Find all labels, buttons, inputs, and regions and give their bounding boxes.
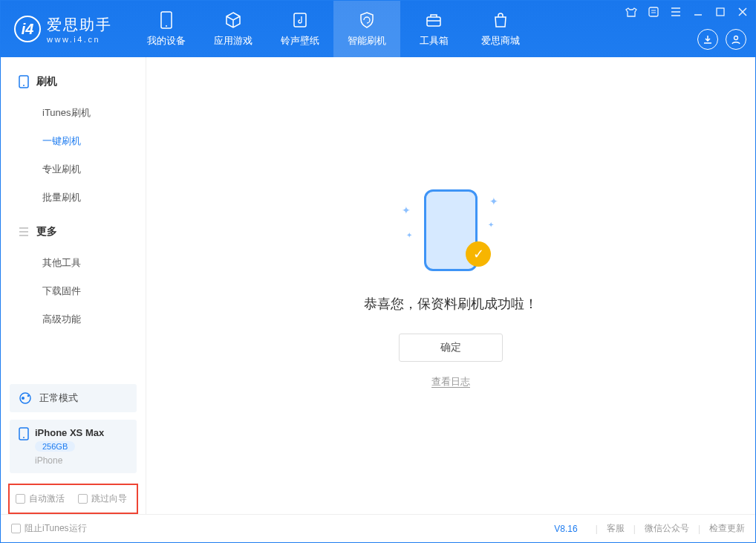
phone-icon [19,427,29,440]
window-controls [625,5,749,19]
main-nav: 我的设备 应用游戏 铃声壁纸 智能刷机 工具箱 [133,1,534,57]
nav-apps[interactable]: 应用游戏 [200,1,267,57]
svg-point-8 [23,85,25,86]
sidebar-item-firmware[interactable]: 下载固件 [1,277,146,305]
success-message: 恭喜您，保资料刷机成功啦！ [364,295,538,313]
feedback-icon[interactable] [647,5,660,19]
titlebar: i4 爱思助手 www.i4.cn 我的设备 应用游戏 铃声壁纸 [1,1,755,57]
svg-point-1 [166,25,167,27]
nav-store[interactable]: 爱思商城 [467,1,534,57]
device-card[interactable]: iPhone XS Max 256GB iPhone [10,420,137,473]
mode-card[interactable]: 正常模式 [10,384,137,412]
statusbar: 阻止iTunes运行 V8.16 | 客服 | 微信公众号 | 检查更新 [1,514,755,542]
mode-label: 正常模式 [39,391,78,405]
nav-flash[interactable]: 智能刷机 [333,1,400,57]
sidebar: 刷机 iTunes刷机 一键刷机 专业刷机 批量刷机 更多 其他工具 下载固件 … [1,57,146,514]
download-button[interactable] [697,29,718,50]
sidebar-item-itunes[interactable]: iTunes刷机 [1,99,146,127]
update-link[interactable]: 检查更新 [709,522,745,535]
spark-icon: ✦ [489,195,498,207]
checkbox-skip-guide[interactable]: 跳过向导 [78,492,127,505]
nav-ringtone[interactable]: 铃声壁纸 [267,1,333,57]
checkbox-icon [78,494,88,504]
maximize-button[interactable] [714,5,727,19]
cube-icon [224,10,243,30]
bag-icon [491,10,510,30]
body: 刷机 iTunes刷机 一键刷机 专业刷机 批量刷机 更多 其他工具 下载固件 … [1,57,755,514]
checkbox-icon [11,524,21,533]
nav-toolbox[interactable]: 工具箱 [400,1,467,57]
sidebar-item-pro[interactable]: 专业刷机 [1,155,146,183]
svg-rect-4 [649,7,658,16]
user-button[interactable] [726,29,746,50]
svg-point-10 [22,397,25,400]
device-type: iPhone [35,455,104,466]
nav-my-device[interactable]: 我的设备 [133,1,200,57]
more-items: 其他工具 下载固件 高级功能 [1,243,146,342]
main-content: ✦ ✦ ✦ ✦ ✓ 恭喜您，保资料刷机成功啦！ 确定 查看日志 [146,57,755,514]
menu-icon[interactable] [669,5,682,19]
check-icon: ✓ [466,241,491,267]
wechat-link[interactable]: 微信公众号 [645,522,689,535]
svg-point-11 [27,395,30,397]
minimize-button[interactable] [691,5,705,19]
refresh-badge-icon [357,10,377,30]
nav-label: 工具箱 [420,34,449,48]
nav-label: 爱思商城 [481,34,520,48]
group-label: 更多 [36,225,57,238]
list-icon [19,227,29,236]
logo-text: 爱思助手 www.i4.cn [47,15,112,44]
toolbox-icon [424,10,443,30]
capacity-badge: 256GB [35,441,75,452]
spark-icon: ✦ [402,204,411,216]
flash-items: iTunes刷机 一键刷机 专业刷机 批量刷机 [1,93,146,221]
options-row: 自动激活 跳过向导 [8,484,138,514]
logo[interactable]: i4 爱思助手 www.i4.cn [1,15,126,44]
checkbox-block-itunes[interactable]: 阻止iTunes运行 [11,522,87,535]
separator: | [596,524,598,534]
device-name: iPhone XS Max [35,427,104,438]
sidebar-group-more[interactable]: 更多 [1,221,146,243]
nav-label: 铃声壁纸 [281,34,319,48]
logo-icon: i4 [14,16,41,42]
nav-label: 智能刷机 [348,34,386,48]
separator: | [633,524,636,534]
svg-rect-5 [717,8,724,16]
svg-point-6 [734,36,738,40]
group-label: 刷机 [36,75,57,88]
shirt-icon[interactable] [625,5,638,19]
svg-point-13 [23,437,25,438]
sidebar-item-oneclick[interactable]: 一键刷机 [1,127,146,155]
separator: | [698,524,700,534]
app-name: 爱思助手 [47,15,112,35]
spark-icon: ✦ [406,231,412,239]
header-circle-icons [697,29,746,50]
sidebar-group-flash[interactable]: 刷机 [1,71,146,93]
support-link[interactable]: 客服 [607,522,625,535]
view-log-link[interactable]: 查看日志 [431,375,470,388]
nav-label: 应用游戏 [214,34,252,48]
checkbox-label: 自动激活 [29,492,65,505]
spark-icon: ✦ [488,221,494,229]
ok-button[interactable]: 确定 [399,334,503,362]
nav-label: 我的设备 [147,34,186,48]
music-icon [290,10,310,30]
success-illustration: ✦ ✦ ✦ ✦ ✓ [406,183,495,280]
version-label: V8.16 [554,524,577,534]
checkbox-label: 跳过向导 [91,492,127,505]
sidebar-item-advanced[interactable]: 高级功能 [1,305,146,334]
phone-icon [157,10,176,30]
checkbox-auto-activate[interactable]: 自动激活 [16,492,65,505]
device-zone: 正常模式 iPhone XS Max 256GB iPhone 自动激活 [1,378,146,514]
sidebar-item-batch[interactable]: 批量刷机 [1,183,146,212]
svg-rect-3 [427,17,440,26]
mode-icon [19,391,32,405]
checkbox-icon [16,494,25,504]
close-button[interactable] [736,5,749,19]
checkbox-label: 阻止iTunes运行 [25,522,87,535]
statusbar-right: V8.16 | 客服 | 微信公众号 | 检查更新 [554,522,745,535]
sidebar-item-other[interactable]: 其他工具 [1,249,146,277]
device-icon [19,75,29,88]
app-url: www.i4.cn [47,35,112,44]
